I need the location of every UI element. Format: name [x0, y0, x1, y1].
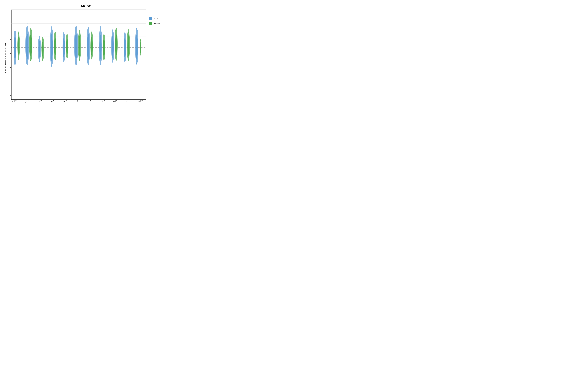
svg-point-150: [112, 47, 113, 48]
svg-rect-112: [79, 32, 80, 32]
svg-rect-74: [51, 26, 52, 26]
svg-rect-144: [104, 35, 104, 35]
svg-point-195: [15, 52, 15, 52]
svg-rect-174: [128, 32, 129, 33]
svg-point-127: [91, 47, 92, 48]
svg-rect-89: [64, 33, 64, 33]
svg-point-151: [112, 49, 113, 49]
svg-rect-122: [88, 75, 88, 75]
svg-rect-40: [27, 62, 27, 63]
svg-point-31: [26, 33, 28, 59]
svg-point-134: [100, 47, 101, 48]
svg-point-100: [76, 43, 76, 44]
svg-point-44: [31, 43, 31, 43]
svg-point-104: [76, 50, 77, 50]
svg-point-36: [27, 49, 27, 50]
svg-point-178: [137, 44, 137, 44]
svg-point-11: [15, 43, 15, 43]
svg-rect-105: [76, 26, 76, 27]
svg-point-163: [124, 37, 126, 58]
svg-point-165: [125, 47, 125, 47]
svg-point-148: [112, 44, 113, 44]
svg-rect-153: [112, 61, 113, 61]
y-tick-7: 7: [10, 81, 11, 82]
chart-title: ARID2: [3, 2, 168, 9]
plot-area-wrapper: 12 11 10 9 8 7 6: [8, 9, 146, 100]
svg-rect-21: [15, 61, 15, 61]
legend-tumor-box: [149, 17, 152, 20]
svg-point-189: [140, 48, 141, 49]
svg-rect-38: [27, 23, 27, 24]
legend-normal: Normal: [149, 22, 168, 25]
svg-point-103: [76, 48, 76, 49]
svg-point-193: [15, 46, 15, 46]
svg-point-47: [31, 48, 31, 48]
svg-point-88: [63, 48, 64, 49]
svg-rect-175: [128, 59, 129, 59]
svg-point-63: [43, 48, 43, 49]
svg-rect-28: [18, 33, 19, 33]
svg-point-142: [104, 47, 104, 47]
svg-point-166: [125, 48, 125, 49]
svg-point-92: [66, 38, 68, 55]
svg-point-196: [15, 42, 15, 42]
svg-rect-154: [112, 63, 113, 63]
legend-normal-label: Normal: [154, 22, 160, 25]
svg-rect-136: [100, 26, 101, 27]
svg-point-99: [75, 33, 77, 59]
svg-point-181: [137, 49, 137, 49]
y-tick-12: 12: [9, 10, 11, 12]
svg-point-43: [30, 34, 32, 56]
svg-point-86: [64, 45, 64, 46]
svg-rect-113: [79, 59, 80, 60]
svg-rect-65: [43, 39, 43, 40]
plot-and-xaxis: 12 11 10 9 8 7 6: [8, 9, 146, 105]
svg-point-170: [128, 35, 129, 56]
svg-point-64: [42, 50, 43, 50]
svg-rect-48: [31, 29, 31, 29]
plot-svg-container: [11, 9, 146, 100]
svg-point-194: [15, 49, 15, 50]
svg-point-158: [116, 44, 116, 44]
svg-point-72: [51, 49, 52, 49]
svg-rect-90: [63, 61, 64, 61]
svg-point-85: [63, 38, 65, 58]
svg-rect-138: [100, 17, 101, 17]
svg-rect-59: [39, 61, 40, 62]
svg-point-111: [79, 47, 80, 47]
svg-point-33: [27, 44, 28, 45]
svg-rect-66: [42, 59, 43, 60]
svg-rect-51: [31, 31, 31, 31]
svg-point-81: [55, 47, 55, 48]
svg-point-45: [31, 45, 31, 45]
svg-point-14: [15, 47, 15, 47]
svg-rect-96: [67, 34, 67, 35]
svg-point-187: [140, 45, 141, 46]
svg-point-23: [18, 37, 19, 55]
svg-point-54: [39, 47, 40, 47]
svg-point-141: [104, 45, 104, 45]
svg-point-198: [27, 47, 27, 48]
legend-normal-box: [149, 22, 152, 25]
svg-point-46: [30, 46, 31, 47]
svg-point-94: [67, 46, 67, 46]
svg-point-133: [100, 45, 101, 46]
svg-point-173: [128, 47, 129, 47]
svg-point-53: [38, 41, 40, 58]
svg-rect-58: [39, 38, 40, 38]
svg-point-126: [92, 45, 92, 46]
svg-point-80: [55, 46, 55, 46]
svg-rect-182: [137, 28, 137, 28]
svg-rect-184: [136, 63, 137, 64]
svg-point-95: [67, 47, 67, 48]
svg-point-73: [52, 50, 52, 51]
svg-rect-167: [125, 33, 125, 33]
svg-rect-76: [51, 67, 52, 67]
svg-point-132: [100, 44, 101, 44]
svg-rect-82: [55, 32, 55, 33]
legend: Tumor Normal: [146, 9, 168, 105]
svg-rect-39: [27, 25, 27, 25]
svg-rect-19: [15, 28, 15, 29]
y-axis-label: mRNA Expression (RNASeq V2, log2): [3, 9, 8, 105]
svg-point-102: [76, 47, 76, 47]
